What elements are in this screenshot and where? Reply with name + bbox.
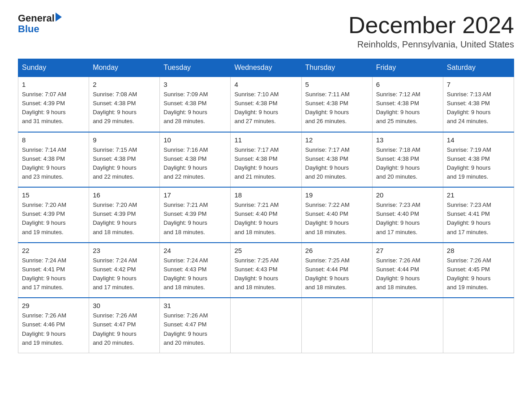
day-info: Sunrise: 7:26 AMSunset: 4:44 PMDaylight:… <box>376 256 439 292</box>
calendar-day-22: 22 Sunrise: 7:24 AMSunset: 4:41 PMDaylig… <box>18 243 89 298</box>
day-number: 5 <box>305 81 369 88</box>
day-number: 3 <box>163 81 227 88</box>
day-info: Sunrise: 7:13 AMSunset: 4:38 PMDaylight:… <box>447 90 510 126</box>
day-info: Sunrise: 7:23 AMSunset: 4:41 PMDaylight:… <box>447 201 510 237</box>
day-number: 17 <box>163 191 227 199</box>
calendar-day-12: 12 Sunrise: 7:17 AMSunset: 4:38 PMDaylig… <box>301 132 372 188</box>
day-info: Sunrise: 7:14 AMSunset: 4:38 PMDaylight:… <box>22 146 85 182</box>
calendar-day-29: 29 Sunrise: 7:26 AMSunset: 4:46 PMDaylig… <box>18 298 89 353</box>
logo-text-general: General <box>18 13 55 23</box>
calendar-day-15: 15 Sunrise: 7:20 AMSunset: 4:39 PMDaylig… <box>18 187 89 243</box>
day-number: 13 <box>376 136 439 144</box>
day-number: 4 <box>234 81 297 88</box>
day-info: Sunrise: 7:08 AMSunset: 4:38 PMDaylight:… <box>93 90 156 126</box>
day-number: 12 <box>305 136 369 144</box>
calendar-day-16: 16 Sunrise: 7:20 AMSunset: 4:39 PMDaylig… <box>89 187 160 243</box>
day-number: 25 <box>234 247 297 254</box>
calendar-week-2: 8 Sunrise: 7:14 AMSunset: 4:38 PMDayligh… <box>18 132 514 188</box>
month-title: December 2024 <box>348 13 514 37</box>
day-number: 6 <box>376 81 439 88</box>
calendar-day-14: 14 Sunrise: 7:19 AMSunset: 4:38 PMDaylig… <box>443 132 514 188</box>
day-number: 26 <box>305 247 369 254</box>
empty-cell <box>231 298 301 353</box>
day-number: 21 <box>447 191 510 199</box>
calendar-week-3: 15 Sunrise: 7:20 AMSunset: 4:39 PMDaylig… <box>18 187 514 243</box>
day-info: Sunrise: 7:19 AMSunset: 4:38 PMDaylight:… <box>447 146 510 182</box>
empty-cell <box>443 298 514 353</box>
day-number: 18 <box>234 191 297 199</box>
day-number: 10 <box>163 136 227 144</box>
calendar-day-4: 4 Sunrise: 7:10 AMSunset: 4:38 PMDayligh… <box>231 77 301 132</box>
day-number: 9 <box>93 136 156 144</box>
empty-cell <box>372 298 443 353</box>
day-info: Sunrise: 7:07 AMSunset: 4:39 PMDaylight:… <box>22 90 85 126</box>
day-info: Sunrise: 7:26 AMSunset: 4:45 PMDaylight:… <box>447 256 510 292</box>
day-number: 20 <box>376 191 439 199</box>
logo-text-blue: Blue <box>18 23 62 35</box>
day-info: Sunrise: 7:10 AMSunset: 4:38 PMDaylight:… <box>234 90 297 126</box>
day-info: Sunrise: 7:25 AMSunset: 4:43 PMDaylight:… <box>234 256 297 292</box>
day-number: 27 <box>376 247 439 254</box>
day-header-saturday: Saturday <box>443 59 514 77</box>
day-info: Sunrise: 7:22 AMSunset: 4:40 PMDaylight:… <box>305 201 369 237</box>
day-number: 16 <box>93 191 156 199</box>
day-info: Sunrise: 7:21 AMSunset: 4:40 PMDaylight:… <box>234 201 297 237</box>
day-number: 1 <box>22 81 85 88</box>
title-block: December 2024 Reinholds, Pennsylvania, U… <box>348 13 514 50</box>
calendar-day-3: 3 Sunrise: 7:09 AMSunset: 4:38 PMDayligh… <box>160 77 231 132</box>
page-header: General Blue December 2024 Reinholds, Pe… <box>18 13 514 50</box>
calendar-day-21: 21 Sunrise: 7:23 AMSunset: 4:41 PMDaylig… <box>443 187 514 243</box>
day-header-tuesday: Tuesday <box>160 59 231 77</box>
day-info: Sunrise: 7:24 AMSunset: 4:41 PMDaylight:… <box>22 256 85 292</box>
logo-block: General Blue <box>18 13 62 35</box>
calendar-week-1: 1 Sunrise: 7:07 AMSunset: 4:39 PMDayligh… <box>18 77 514 132</box>
calendar-day-2: 2 Sunrise: 7:08 AMSunset: 4:38 PMDayligh… <box>89 77 160 132</box>
calendar-header-row: SundayMondayTuesdayWednesdayThursdayFrid… <box>18 59 514 77</box>
day-info: Sunrise: 7:21 AMSunset: 4:39 PMDaylight:… <box>163 201 227 237</box>
day-info: Sunrise: 7:17 AMSunset: 4:38 PMDaylight:… <box>234 146 297 182</box>
day-header-thursday: Thursday <box>301 59 372 77</box>
calendar-day-6: 6 Sunrise: 7:12 AMSunset: 4:38 PMDayligh… <box>372 77 443 132</box>
calendar-table: SundayMondayTuesdayWednesdayThursdayFrid… <box>18 59 514 353</box>
day-number: 22 <box>22 247 85 254</box>
calendar-day-1: 1 Sunrise: 7:07 AMSunset: 4:39 PMDayligh… <box>18 77 89 132</box>
calendar-day-7: 7 Sunrise: 7:13 AMSunset: 4:38 PMDayligh… <box>443 77 514 132</box>
calendar-day-27: 27 Sunrise: 7:26 AMSunset: 4:44 PMDaylig… <box>372 243 443 298</box>
logo-arrow-icon <box>56 13 62 21</box>
calendar-day-20: 20 Sunrise: 7:23 AMSunset: 4:40 PMDaylig… <box>372 187 443 243</box>
day-number: 7 <box>447 81 510 88</box>
calendar-day-18: 18 Sunrise: 7:21 AMSunset: 4:40 PMDaylig… <box>231 187 301 243</box>
calendar-day-25: 25 Sunrise: 7:25 AMSunset: 4:43 PMDaylig… <box>231 243 301 298</box>
calendar-day-11: 11 Sunrise: 7:17 AMSunset: 4:38 PMDaylig… <box>231 132 301 188</box>
day-number: 23 <box>93 247 156 254</box>
day-number: 15 <box>22 191 85 199</box>
day-info: Sunrise: 7:20 AMSunset: 4:39 PMDaylight:… <box>22 201 85 237</box>
calendar-day-30: 30 Sunrise: 7:26 AMSunset: 4:47 PMDaylig… <box>89 298 160 353</box>
day-number: 14 <box>447 136 510 144</box>
calendar-day-31: 31 Sunrise: 7:26 AMSunset: 4:47 PMDaylig… <box>160 298 231 353</box>
day-info: Sunrise: 7:20 AMSunset: 4:39 PMDaylight:… <box>93 201 156 237</box>
day-info: Sunrise: 7:26 AMSunset: 4:47 PMDaylight:… <box>163 311 227 347</box>
day-number: 2 <box>93 81 156 88</box>
day-header-sunday: Sunday <box>18 59 89 77</box>
day-info: Sunrise: 7:12 AMSunset: 4:38 PMDaylight:… <box>376 90 439 126</box>
day-info: Sunrise: 7:26 AMSunset: 4:46 PMDaylight:… <box>22 311 85 347</box>
calendar-day-5: 5 Sunrise: 7:11 AMSunset: 4:38 PMDayligh… <box>301 77 372 132</box>
day-number: 24 <box>163 247 227 254</box>
day-info: Sunrise: 7:17 AMSunset: 4:38 PMDaylight:… <box>305 146 369 182</box>
day-number: 19 <box>305 191 369 199</box>
day-header-friday: Friday <box>372 59 443 77</box>
calendar-day-26: 26 Sunrise: 7:25 AMSunset: 4:44 PMDaylig… <box>301 243 372 298</box>
day-info: Sunrise: 7:24 AMSunset: 4:42 PMDaylight:… <box>93 256 156 292</box>
day-number: 11 <box>234 136 297 144</box>
day-info: Sunrise: 7:11 AMSunset: 4:38 PMDaylight:… <box>305 90 369 126</box>
calendar-day-23: 23 Sunrise: 7:24 AMSunset: 4:42 PMDaylig… <box>89 243 160 298</box>
day-number: 31 <box>163 302 227 309</box>
day-info: Sunrise: 7:16 AMSunset: 4:38 PMDaylight:… <box>163 146 227 182</box>
calendar-day-9: 9 Sunrise: 7:15 AMSunset: 4:38 PMDayligh… <box>89 132 160 188</box>
day-number: 28 <box>447 247 510 254</box>
empty-cell <box>301 298 372 353</box>
calendar-day-19: 19 Sunrise: 7:22 AMSunset: 4:40 PMDaylig… <box>301 187 372 243</box>
calendar-day-13: 13 Sunrise: 7:18 AMSunset: 4:38 PMDaylig… <box>372 132 443 188</box>
calendar-day-24: 24 Sunrise: 7:24 AMSunset: 4:43 PMDaylig… <box>160 243 231 298</box>
